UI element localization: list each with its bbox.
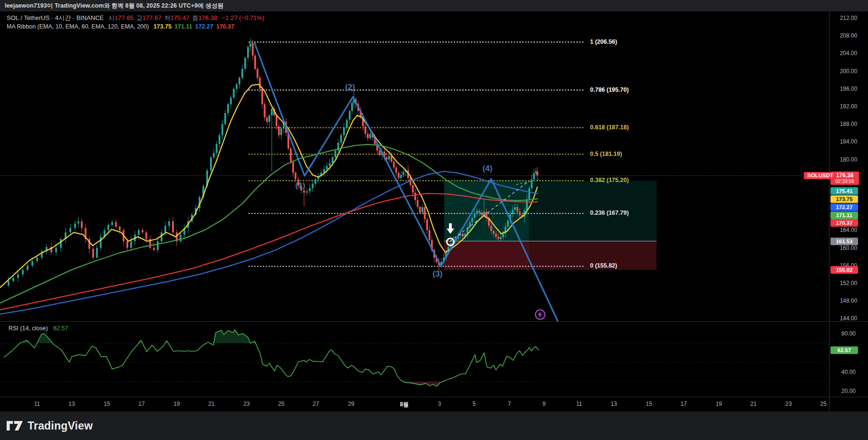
candle-body: [502, 234, 504, 237]
time-axis-tick: 23: [785, 401, 792, 407]
candle-body: [533, 173, 535, 179]
change-value: −1.27 (−0.71%): [222, 14, 265, 21]
time-axis-tick: 19: [173, 401, 180, 407]
price-axis-tick: 184.00: [829, 138, 868, 145]
fib-level-label[interactable]: 1 (206.56): [590, 38, 617, 45]
candle-body: [326, 166, 328, 170]
candle-body: [107, 225, 109, 230]
price-axis-tick: 148.00: [829, 297, 868, 304]
position-loss-box-inner: [444, 241, 529, 270]
axis-badge-170.37: 170.37: [830, 219, 858, 227]
candle-body: [266, 117, 268, 122]
fib-level-label[interactable]: 0.382 (175.20): [590, 177, 629, 183]
wave-label-(3)[interactable]: (3): [433, 269, 443, 279]
candle-body: [393, 162, 395, 167]
rsi-line: [4, 330, 539, 386]
fib-level-label[interactable]: 0.618 (187.18): [590, 124, 629, 131]
time-axis-tick: 11: [34, 401, 40, 407]
brand-text: TradingView: [28, 420, 93, 432]
candle-body: [236, 85, 238, 89]
time-axis-tick: 5: [473, 401, 476, 407]
candle-body: [349, 111, 351, 120]
wave-label-(4)[interactable]: (4): [483, 164, 493, 173]
candle-body: [22, 270, 24, 274]
candle-body: [417, 200, 419, 207]
fib-level-label[interactable]: 0 (155.82): [590, 262, 617, 269]
ma-ribbon-legend-row[interactable]: MA Ribbon (EMA, 10, EMA, 60, EMA, 120, E…: [7, 22, 264, 31]
candle-body: [512, 210, 514, 214]
candle-body: [351, 103, 353, 111]
candle-body: [27, 266, 29, 270]
price-axis-tick: 144.00: [829, 315, 868, 322]
candle-body: [507, 220, 509, 227]
candle-body: [369, 134, 371, 138]
candle-body: [81, 221, 83, 228]
fib-level-label[interactable]: 0.5 (181.19): [590, 151, 622, 157]
time-axis-tick: 25: [820, 401, 826, 407]
symbol-legend-row[interactable]: SOL / TetherUS · 4시간 · BINANCE 시177.65고1…: [7, 14, 264, 22]
rsi-value-badge: 62.57: [830, 346, 858, 354]
candle-body: [519, 211, 521, 215]
candle-body: [303, 191, 305, 193]
tradingview-logo-icon: [6, 420, 23, 432]
candle-body: [528, 188, 530, 199]
candle-body: [219, 135, 220, 144]
price-axis[interactable]: 212.00208.00204.00200.00196.00192.00188.…: [829, 11, 868, 411]
wave-label-(2)[interactable]: (2): [345, 83, 355, 92]
candle-body: [490, 226, 492, 231]
candle-body: [329, 163, 331, 166]
candle-body: [230, 97, 232, 104]
rsi-oversold-fill: [4, 330, 539, 386]
candle-body: [238, 78, 240, 85]
candle-body: [474, 214, 476, 218]
candle-body: [400, 175, 402, 178]
fib-level-label[interactable]: 0.786 (195.70): [590, 86, 629, 93]
ohlc-value: 177.65: [114, 14, 134, 21]
candle-body: [153, 248, 155, 250]
rsi-overbought-fill: [4, 330, 539, 386]
candle-body: [414, 192, 416, 200]
candle-body: [323, 169, 325, 172]
candle-body: [119, 227, 121, 230]
symbol-title: SOL / TetherUS · 4시간 · BINANCE: [7, 14, 104, 21]
time-axis-tick: 21: [208, 401, 214, 407]
candle-body: [244, 58, 246, 69]
candle-body: [280, 129, 282, 135]
time-axis-tick: 17: [680, 401, 687, 407]
candle-body: [379, 151, 381, 155]
price-axis-tick: 212.00: [829, 15, 868, 21]
tradingview-snapshot: leejaewon7193이 TradingView.com와 함께 8월 08…: [0, 0, 868, 440]
candle-body: [69, 228, 71, 232]
fib-level-label[interactable]: 0.236 (167.79): [590, 210, 629, 216]
candle-body: [12, 278, 14, 281]
symbol-chip: SOLUSDT: [804, 172, 837, 179]
candle-body: [247, 47, 249, 57]
chart-legend[interactable]: SOL / TetherUS · 4시간 · BINANCE 시177.65고1…: [7, 14, 264, 31]
axis-badge-175.41: 175.41: [830, 187, 858, 195]
candle-body: [60, 239, 62, 248]
candle-body: [497, 237, 499, 239]
candle-body: [332, 157, 334, 163]
lightning-icon[interactable]: [535, 310, 545, 319]
candle-body: [306, 191, 308, 193]
candle-body: [278, 126, 280, 135]
candle-body: [364, 126, 366, 134]
candle-body: [213, 153, 215, 157]
candle-body: [516, 207, 518, 211]
wave-label-(1)[interactable]: (1): [296, 181, 305, 191]
candle-body: [17, 274, 19, 277]
candle-body: [164, 226, 166, 232]
ma-value: 170.37: [216, 23, 234, 30]
candle-body: [142, 230, 143, 232]
candle-body: [531, 179, 533, 188]
candle-body: [249, 43, 251, 47]
time-axis-tick: 13: [610, 401, 617, 407]
candle-body: [92, 249, 94, 258]
candle-body: [476, 210, 478, 214]
candle-body: [315, 179, 316, 183]
candle-body: [514, 207, 516, 210]
candle-body: [271, 109, 273, 115]
ohlc-values: 시177.65고177.67저175.47종176.38: [108, 14, 220, 21]
rsi-legend-row[interactable]: RSI (14, close) 62.57: [9, 325, 68, 332]
price-chart-surface[interactable]: [0, 0, 868, 440]
